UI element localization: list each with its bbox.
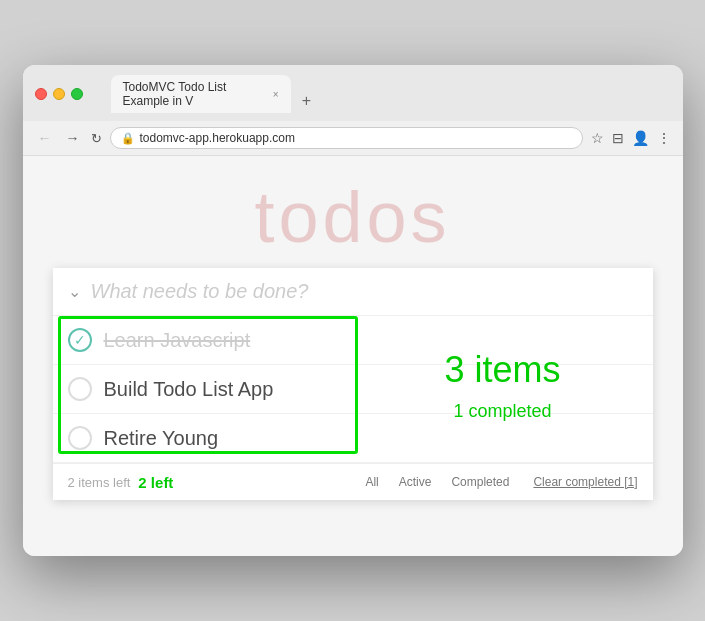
page-title: todos: [53, 176, 653, 258]
traffic-lights: [35, 88, 83, 100]
todo-text-3: Retire Young: [104, 427, 219, 450]
active-tab[interactable]: TodoMVC Todo List Example in V ×: [111, 75, 291, 113]
lock-icon: 🔒: [121, 132, 135, 145]
maximize-button[interactable]: [71, 88, 83, 100]
todo-text-1: Learn Javascript: [104, 329, 251, 352]
filter-buttons: All Active Completed: [357, 472, 517, 492]
page-content: todos ⌄ What needs to be done? ✓ Learn J…: [23, 156, 683, 556]
close-button[interactable]: [35, 88, 47, 100]
todo-list: ✓ Learn Javascript 3 items 1 completed B…: [53, 316, 653, 463]
url-text: todomvc-app.herokuapp.com: [140, 131, 295, 145]
filter-all-button[interactable]: All: [357, 472, 386, 492]
new-tab-button[interactable]: +: [295, 89, 319, 113]
browser-window: TodoMVC Todo List Example in V × + ← → ↻…: [23, 65, 683, 556]
todo-checkbox-3[interactable]: [68, 426, 92, 450]
todo-footer: 2 items left 2 left All Active Completed…: [53, 463, 653, 500]
address-bar: ← → ↻ 🔒 todomvc-app.herokuapp.com ☆ ⊟ 👤 …: [23, 121, 683, 156]
profile-icon[interactable]: 👤: [632, 130, 649, 146]
todo-app: ⌄ What needs to be done? ✓ Learn Javascr…: [53, 268, 653, 500]
stats-overlay: 3 items 1 completed: [353, 316, 653, 454]
items-left-highlight: 2 left: [138, 474, 173, 491]
tab-title: TodoMVC Todo List Example in V: [123, 80, 267, 108]
new-todo-input[interactable]: What needs to be done?: [91, 280, 309, 303]
clear-completed-button[interactable]: Clear completed [1]: [533, 475, 637, 489]
forward-button[interactable]: →: [63, 128, 83, 148]
todo-checkbox-2[interactable]: [68, 377, 92, 401]
reload-button[interactable]: ↻: [91, 131, 102, 146]
bookmark-icon[interactable]: ☆: [591, 130, 604, 146]
items-left-text: 2 items left: [68, 475, 131, 490]
filter-active-button[interactable]: Active: [391, 472, 440, 492]
back-button[interactable]: ←: [35, 128, 55, 148]
completed-count: 1 completed: [453, 401, 551, 422]
items-count: 3 items: [444, 349, 560, 391]
chevron-down-icon[interactable]: ⌄: [68, 282, 81, 301]
menu-icon[interactable]: ⋮: [657, 130, 671, 146]
filter-completed-button[interactable]: Completed: [443, 472, 517, 492]
tab-bar: TodoMVC Todo List Example in V × +: [111, 75, 671, 113]
new-todo-bar: ⌄ What needs to be done?: [53, 268, 653, 316]
todo-checkbox-1[interactable]: ✓: [68, 328, 92, 352]
toolbar-icons: ☆ ⊟ 👤 ⋮: [591, 130, 671, 146]
cast-icon[interactable]: ⊟: [612, 130, 624, 146]
minimize-button[interactable]: [53, 88, 65, 100]
title-bar: TodoMVC Todo List Example in V × +: [23, 65, 683, 121]
checkmark-icon: ✓: [74, 332, 86, 348]
url-bar[interactable]: 🔒 todomvc-app.herokuapp.com: [110, 127, 583, 149]
todo-text-2: Build Todo List App: [104, 378, 274, 401]
tab-close-icon[interactable]: ×: [273, 89, 279, 100]
